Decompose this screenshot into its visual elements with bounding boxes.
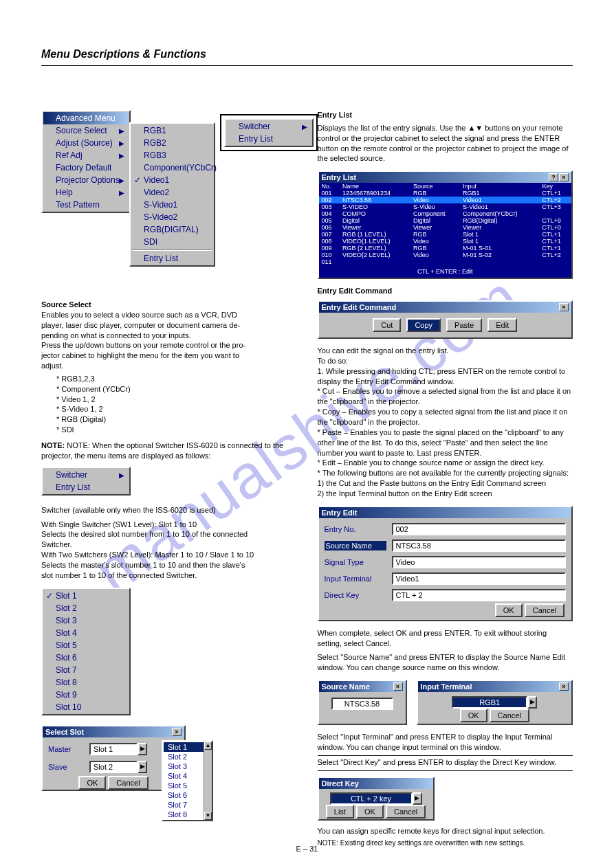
copy-button[interactable]: Copy — [406, 318, 441, 332]
src-rgb2[interactable]: RGB2 — [131, 137, 213, 149]
slot-dropdown-list[interactable]: Slot 1Slot 2Slot 3Slot 4Slot 5Slot 6Slot… — [162, 740, 213, 821]
entry-edit-dialog[interactable]: Entry Edit Entry No.002Source NameNTSC3.… — [318, 506, 573, 621]
entry-edit-command-window[interactable]: Entry Edit Command× Cut Copy Paste Edit — [318, 300, 573, 339]
table-row[interactable]: 007RGB (1 LEVEL)RGBSlot 1CTL+1 — [319, 231, 572, 238]
direct-key-text2: You can assign specific remote keys for … — [318, 826, 573, 836]
close-icon[interactable]: × — [393, 682, 403, 691]
menu-ref-adj[interactable]: Ref Adj▶ — [43, 149, 129, 162]
entry-edit-command-title: Entry Edit Command× — [319, 302, 572, 313]
src-svideo2[interactable]: S-Video2 — [131, 211, 213, 223]
src-video2[interactable]: Video2 — [131, 186, 213, 199]
close-icon[interactable]: × — [559, 682, 569, 691]
source-name-title: Source Name× — [319, 681, 406, 692]
ok-button[interactable]: OK — [356, 805, 384, 819]
cancel-button[interactable]: Cancel — [108, 776, 148, 790]
menu-test-pattern[interactable]: Test Pattern — [43, 199, 129, 211]
src-entry-list[interactable]: Entry List — [131, 252, 213, 265]
source-name-field[interactable]: NTSC3.58 — [331, 698, 393, 710]
table-row[interactable]: 005DigitalDigitalRGB(Digital)CTL+9 — [319, 217, 572, 224]
direct-key-dropdown[interactable]: CTL + 2 key — [330, 792, 413, 805]
src-rgb3[interactable]: RGB3 — [131, 149, 213, 162]
input-terminal-dialog[interactable]: Input Terminal× RGB1▶ OK Cancel — [417, 680, 573, 725]
ok-button[interactable]: OK — [78, 776, 106, 790]
src-rgb-digital[interactable]: RGB(DIGITAL) — [131, 223, 213, 236]
table-row[interactable]: 009RGB (2 LEVEL)RGBM-01 S-01CTL+1 — [319, 245, 572, 252]
dropdown-icon[interactable]: ▶ — [138, 761, 147, 773]
src-svideo1[interactable]: S-Video1 — [131, 199, 213, 211]
src-sdi[interactable]: SDI — [131, 236, 213, 248]
ok-button[interactable]: OK — [495, 603, 523, 617]
entry-edit-row[interactable]: Source NameNTSC3.58 — [319, 537, 572, 554]
help-icon[interactable]: ? — [549, 173, 558, 181]
table-row[interactable]: 004COMPOComponentComponent(YCbCr) — [319, 210, 572, 217]
input-terminal-dropdown[interactable]: RGB1 — [452, 696, 527, 709]
dropdown-icon[interactable]: ▶ — [413, 792, 422, 805]
dropdown-icon[interactable]: ▶ — [527, 696, 537, 709]
src-rgb1[interactable]: RGB1 — [131, 124, 213, 137]
sw-entry-list[interactable]: Entry List — [43, 481, 129, 493]
entry-edit-row[interactable]: Signal TypeVideo — [319, 554, 572, 570]
slot-5[interactable]: Slot 5 — [43, 639, 129, 652]
switcher-callout: Switcher▶ Entry List — [220, 114, 318, 151]
cancel-button[interactable]: Cancel — [490, 709, 529, 722]
slot-6[interactable]: Slot 6 — [43, 652, 129, 664]
source-name-dialog[interactable]: Source Name× NTSC3.58 — [318, 680, 407, 725]
table-row[interactable]: 00112345678901234RGBRGB1CTL+1 — [319, 190, 572, 197]
table-row[interactable]: 008VIDEO(1 LEVEL)VideoSlot 1CTL+1 — [319, 238, 572, 245]
scrollbar[interactable]: ▲ ▼ — [204, 742, 212, 820]
close-icon[interactable]: × — [559, 173, 569, 181]
master-dropdown[interactable]: Slot 1 — [89, 743, 138, 755]
callout-entry-list[interactable]: Entry List — [226, 133, 311, 145]
input-terminal-title: Input Terminal× — [418, 681, 572, 692]
direct-key-dialog[interactable]: Direct Key CTL + 2 key▶ List OK Cancel — [318, 777, 435, 821]
callout-switcher[interactable]: Switcher▶ — [226, 120, 311, 133]
table-row[interactable]: 002NTSC3.58VideoVideo1CTL+2 — [319, 197, 572, 203]
edit-button[interactable]: Edit — [487, 318, 517, 332]
close-icon[interactable]: × — [559, 303, 569, 311]
menu-projector-options[interactable]: Projector Options▶ — [43, 174, 129, 186]
close-icon[interactable]: × — [172, 728, 182, 736]
scroll-down-icon[interactable]: ▼ — [204, 812, 212, 820]
source-select-submenu[interactable]: RGB1 RGB2 RGB3 Component(YCbCr) ✓Video1 … — [129, 122, 215, 267]
entry-edit-title: Entry Edit — [319, 507, 572, 518]
cut-button[interactable]: Cut — [373, 318, 401, 332]
slot-4[interactable]: Slot 4 — [43, 627, 129, 639]
table-row[interactable]: 003S-VIDEOS-VideoS-Video1CTL+3 — [319, 203, 572, 210]
table-row[interactable]: 006ViewerViewerViewerCTL+0 — [319, 224, 572, 231]
slot-8[interactable]: Slot 8 — [43, 676, 129, 689]
menu-source-select[interactable]: Source Select▶ — [43, 124, 129, 137]
entry-list-window[interactable]: Entry List?× No.NameSourceInputKey 00112… — [318, 170, 573, 279]
scroll-up-icon[interactable]: ▲ — [204, 742, 212, 750]
slot-1[interactable]: ✓Slot 1 — [43, 590, 129, 602]
slot-7[interactable]: Slot 7 — [43, 664, 129, 676]
slave-dropdown[interactable]: Slot 2 — [89, 761, 138, 773]
entry-edit-row[interactable]: Entry No.002 — [319, 521, 572, 537]
slot-2[interactable]: Slot 2 — [43, 602, 129, 614]
switcher-menu[interactable]: Switcher▶ Entry List — [41, 467, 131, 496]
entry-edit-row[interactable]: Direct KeyCTL + 2 — [319, 587, 572, 603]
switcher-levels-intro: Switcher (available only when the ISS-60… — [41, 505, 297, 515]
list-button[interactable]: List — [326, 805, 354, 819]
cancel-button[interactable]: Cancel — [525, 603, 564, 617]
src-component[interactable]: Component(YCbCr) — [131, 162, 213, 174]
menu-adjust-source[interactable]: Adjust (Source)▶ — [43, 137, 129, 149]
cancel-button[interactable]: Cancel — [386, 805, 426, 819]
edit-description: You can edit the signal on the entry lis… — [318, 346, 573, 499]
slot-menu[interactable]: ✓Slot 1 Slot 2 Slot 3 Slot 4 Slot 5 Slot… — [41, 588, 131, 715]
slot-3[interactable]: Slot 3 — [43, 614, 129, 627]
advanced-menu[interactable]: Advanced Menu Source Select▶ Adjust (Sou… — [41, 110, 131, 213]
header-rule — [41, 65, 573, 66]
source-name-text: Select "Source Name" and press ENTER to … — [318, 652, 573, 673]
table-row[interactable]: 011 — [319, 258, 572, 265]
menu-factory-default[interactable]: Factory Default — [43, 162, 129, 174]
ok-button[interactable]: OK — [460, 709, 487, 722]
slot-10[interactable]: Slot 10 — [43, 701, 129, 713]
entry-edit-row[interactable]: Input TerminalVideo1 — [319, 570, 572, 587]
dropdown-icon[interactable]: ▶ — [138, 743, 147, 755]
src-video1[interactable]: ✓Video1 — [131, 174, 213, 186]
slot-9[interactable]: Slot 9 — [43, 689, 129, 701]
sw-switcher[interactable]: Switcher▶ — [43, 469, 129, 481]
menu-help[interactable]: Help▶ — [43, 186, 129, 199]
table-row[interactable]: 010VIDEO(2 LEVEL)VideoM-01 S-02CTL+2 — [319, 252, 572, 258]
paste-button[interactable]: Paste — [446, 318, 482, 332]
